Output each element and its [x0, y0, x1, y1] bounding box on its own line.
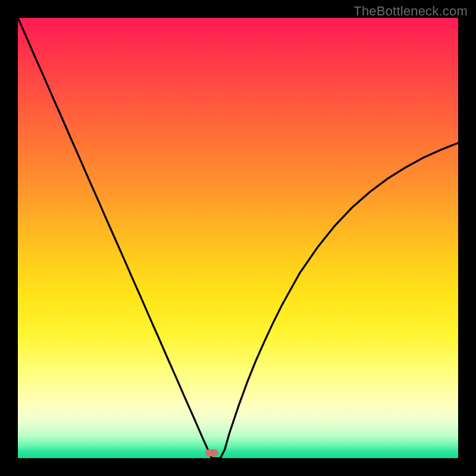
- chart-frame: TheBottleneck.com: [0, 0, 476, 476]
- plot-area: [18, 18, 458, 458]
- watermark-text: TheBottleneck.com: [353, 4, 468, 19]
- minimum-marker: [205, 449, 218, 456]
- bottleneck-curve: [18, 18, 458, 458]
